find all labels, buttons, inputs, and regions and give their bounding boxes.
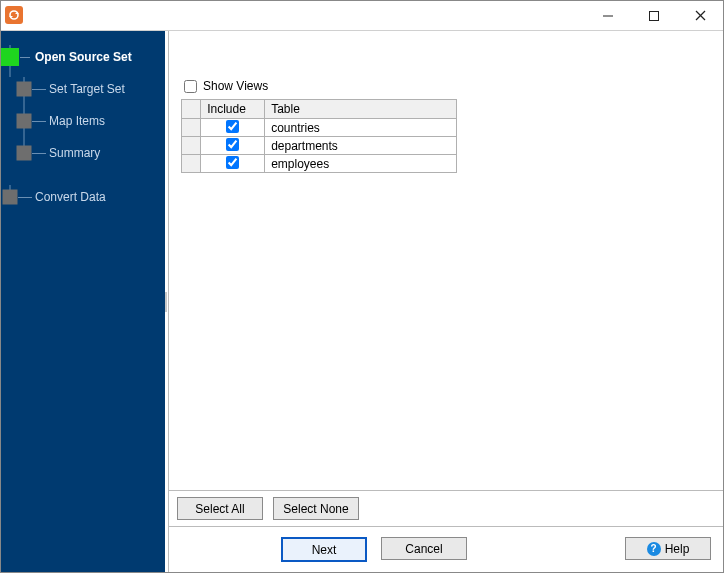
help-label: Help — [665, 542, 690, 556]
table-name-cell[interactable]: countries — [265, 119, 457, 137]
selection-toolbar: Select All Select None — [169, 490, 723, 526]
row-header[interactable] — [182, 119, 201, 137]
svg-rect-3 — [650, 11, 659, 20]
content-panel: Show Views Include Table — [168, 31, 723, 572]
step-label: Summary — [49, 146, 100, 160]
row-header-corner — [182, 100, 201, 119]
table-row[interactable]: departments — [182, 137, 457, 155]
step-map-items[interactable]: Map Items — [1, 109, 165, 133]
wizard-steps-sidebar: Open Source Set Set Target Set Map Items… — [1, 31, 165, 572]
step-convert-data[interactable]: Convert Data — [1, 185, 165, 209]
row-header[interactable] — [182, 155, 201, 173]
table-name-cell[interactable]: employees — [265, 155, 457, 173]
show-views-label: Show Views — [203, 79, 268, 93]
minimize-button[interactable] — [585, 1, 631, 30]
include-checkbox[interactable] — [226, 156, 239, 169]
titlebar — [1, 1, 723, 31]
show-views-input[interactable] — [184, 80, 197, 93]
help-button[interactable]: ? Help — [625, 537, 711, 560]
step-label: Open Source Set — [35, 50, 132, 64]
app-icon — [5, 6, 23, 24]
table-name-cell[interactable]: departments — [265, 137, 457, 155]
cancel-button[interactable]: Cancel — [381, 537, 467, 560]
close-button[interactable] — [677, 1, 723, 30]
step-summary[interactable]: Summary — [1, 141, 165, 165]
include-checkbox[interactable] — [226, 120, 239, 133]
wizard-window: Open Source Set Set Target Set Map Items… — [0, 0, 724, 573]
svg-marker-1 — [9, 16, 13, 18]
next-button[interactable]: Next — [281, 537, 367, 562]
step-label: Map Items — [49, 114, 105, 128]
sidebar-splitter[interactable] — [165, 31, 168, 572]
table-row[interactable]: employees — [182, 155, 457, 173]
step-label: Convert Data — [35, 190, 106, 204]
col-include[interactable]: Include — [201, 100, 265, 119]
col-table[interactable]: Table — [265, 100, 457, 119]
svg-marker-0 — [15, 12, 19, 14]
wizard-footer: Next Cancel ? Help — [169, 526, 723, 572]
step-set-target-set[interactable]: Set Target Set — [1, 77, 165, 101]
step-label: Set Target Set — [49, 82, 125, 96]
help-icon: ? — [647, 542, 661, 556]
row-header[interactable] — [182, 137, 201, 155]
include-checkbox[interactable] — [226, 138, 239, 151]
maximize-button[interactable] — [631, 1, 677, 30]
select-none-button[interactable]: Select None — [273, 497, 359, 520]
step-open-source-set[interactable]: Open Source Set — [1, 45, 165, 69]
table-row[interactable]: countries — [182, 119, 457, 137]
show-views-checkbox[interactable]: Show Views — [181, 79, 711, 93]
select-all-button[interactable]: Select All — [177, 497, 263, 520]
tables-grid: Include Table countries — [181, 99, 457, 173]
